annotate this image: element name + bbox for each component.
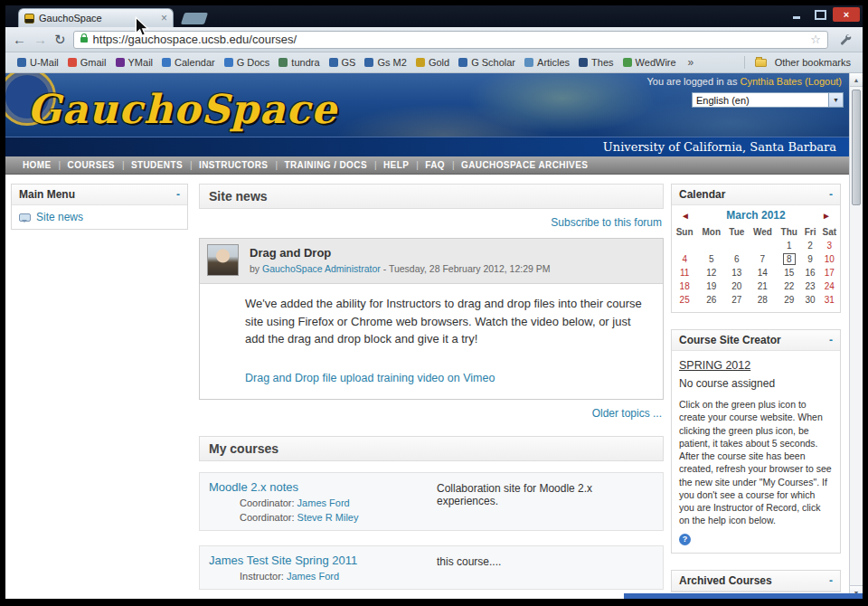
main-menu-header: Main Menu - xyxy=(12,185,187,205)
archived-courses-block: Archived Courses - xyxy=(671,570,841,592)
calendar-title: Calendar xyxy=(679,188,725,201)
minimize-button[interactable] xyxy=(786,7,807,22)
forward-button[interactable]: → xyxy=(33,33,47,46)
bookmark-label: G Scholar xyxy=(471,57,515,68)
language-select[interactable]: English (en) ▼ xyxy=(692,92,844,108)
creator-body: SPRING 2012 No course assigned Click on … xyxy=(672,351,840,553)
course-link[interactable]: Moodle 2.x notes xyxy=(209,480,298,494)
post-text: We've added the ability for Instructors … xyxy=(245,295,648,348)
language-value: English (en) xyxy=(693,95,828,106)
archived-header: Archived Courses - xyxy=(672,571,840,592)
calendar-day: 17 xyxy=(819,266,840,279)
folder-icon xyxy=(755,59,767,67)
address-bar[interactable]: https://gauchospace.ucsb.edu/courses/ ☆ xyxy=(73,31,828,49)
calendar-day: 28 xyxy=(749,293,777,307)
bookmark-item[interactable]: tundra xyxy=(274,57,324,68)
calendar-day: 1 xyxy=(777,239,801,252)
course-row: James Test Site Spring 2011 Instructor: … xyxy=(199,545,664,590)
nav-instructors[interactable]: INSTRUCTORS xyxy=(191,160,276,170)
scroll-up-icon[interactable]: ▲ xyxy=(850,73,863,87)
term-link[interactable]: SPRING 2012 xyxy=(679,359,750,372)
nav-students[interactable]: STUDENTS xyxy=(123,160,191,170)
main-navigation: HOME COURSES STUDENTS INSTRUCTORS TRAINI… xyxy=(5,156,849,175)
collapse-icon[interactable]: - xyxy=(829,574,833,587)
post-link-row: Drag and Drop file upload training video… xyxy=(245,370,648,387)
bookmark-label: Thes xyxy=(591,57,613,68)
calendar-day xyxy=(725,239,749,252)
course-link[interactable]: James Test Site Spring 2011 xyxy=(209,554,357,567)
bookmark-star-icon[interactable]: ☆ xyxy=(810,33,821,46)
nav-archives[interactable]: GAUCHOSPACE ARCHIVES xyxy=(453,160,596,170)
bookmark-item[interactable]: Calendar xyxy=(157,57,220,68)
vertical-scrollbar[interactable]: ▲ ▼ xyxy=(849,73,863,599)
bookmark-item[interactable]: YMail xyxy=(111,57,158,68)
calendar-day: 19 xyxy=(697,279,725,293)
logout-link[interactable]: (Logout) xyxy=(805,76,842,87)
calendar-day: 6 xyxy=(725,252,749,266)
close-button[interactable]: × xyxy=(833,7,860,22)
calendar-day xyxy=(672,239,697,252)
bookmark-item[interactable]: WedWire xyxy=(618,57,681,68)
content-area: Main Menu - Site news Site news Subscrib… xyxy=(5,175,849,599)
bookmark-item[interactable]: U-Mail xyxy=(13,57,63,68)
login-prefix: You are logged in as xyxy=(647,76,738,87)
bookmarks-overflow-chevron-icon[interactable]: » xyxy=(683,56,700,69)
older-topics-link[interactable]: Older topics ... xyxy=(592,407,662,420)
prev-month-icon[interactable]: ◄ xyxy=(681,211,690,221)
other-bookmarks-button[interactable]: Other bookmarks xyxy=(750,57,855,68)
bookmark-item[interactable]: Gmail xyxy=(63,57,111,68)
day-header: Sat xyxy=(819,225,840,239)
calendar-day: 18 xyxy=(672,279,697,293)
bookmark-item[interactable]: G Docs xyxy=(220,57,275,68)
wrench-menu-button[interactable] xyxy=(835,30,855,50)
bookmark-item[interactable]: Articles xyxy=(520,57,574,68)
role-label: Instructor: xyxy=(240,571,284,582)
nav-training-docs[interactable]: TRAINING / DOCS xyxy=(276,160,375,170)
bookmark-item[interactable]: Thes xyxy=(574,57,618,68)
role-person-link[interactable]: Steve R Miley xyxy=(297,512,359,523)
role-label: Coordinator: xyxy=(240,512,295,523)
bookmark-item[interactable]: Gs M2 xyxy=(360,57,410,68)
post-header-text: Drag and Drop by GauchoSpace Administrat… xyxy=(250,244,551,276)
avatar[interactable] xyxy=(207,244,239,276)
role-person-link[interactable]: James Ford xyxy=(297,497,350,508)
calendar-day: 16 xyxy=(802,266,819,279)
vimeo-link[interactable]: Drag and Drop file upload training video… xyxy=(245,372,495,384)
browser-tab[interactable]: GauchoSpace × xyxy=(18,8,174,27)
role-person-link[interactable]: James Ford xyxy=(287,571,339,582)
back-button[interactable]: ← xyxy=(13,33,26,46)
nav-courses[interactable]: COURSES xyxy=(60,160,123,170)
bookmark-item[interactable]: GS xyxy=(325,57,361,68)
nav-faq[interactable]: FAQ xyxy=(417,160,453,170)
bookmark-label: GS xyxy=(342,57,356,68)
calendar-day: 21 xyxy=(749,279,777,293)
user-link[interactable]: Cynthia Bates xyxy=(740,76,801,87)
collapse-icon[interactable]: - xyxy=(829,188,833,201)
post-date: - Tuesday, 28 February 2012, 12:29 PM xyxy=(383,263,551,274)
bookmark-label: WedWire xyxy=(636,57,676,68)
browser-window: GauchoSpace × × ← → ↻ https://gauchospac… xyxy=(5,5,863,599)
nav-help[interactable]: HELP xyxy=(375,160,417,170)
calendar-day: 23 xyxy=(802,279,819,293)
new-tab-button[interactable] xyxy=(181,13,208,24)
bookmark-label: Gmail xyxy=(80,57,107,68)
scrollbar-thumb[interactable] xyxy=(852,90,861,205)
help-icon[interactable]: ? xyxy=(679,534,691,545)
maximize-button[interactable] xyxy=(809,7,831,22)
bookmark-favicon xyxy=(623,58,632,67)
tab-close-icon[interactable]: × xyxy=(161,13,167,24)
window-controls: × xyxy=(786,7,860,22)
reload-button[interactable]: ↻ xyxy=(54,33,66,46)
bookmark-label: G Docs xyxy=(237,57,270,68)
next-month-icon[interactable]: ► xyxy=(822,211,831,221)
collapse-icon[interactable]: - xyxy=(176,188,180,201)
nav-home[interactable]: HOME xyxy=(14,160,60,170)
bookmark-item[interactable]: G Scholar xyxy=(454,57,520,68)
post-author-link[interactable]: GauchoSpace Administrator xyxy=(262,263,381,274)
collapse-icon[interactable]: - xyxy=(829,334,833,346)
site-news-link[interactable]: Site news xyxy=(36,211,83,223)
calendar-month-link[interactable]: March 2012 xyxy=(726,209,785,222)
sidebar-item-site-news[interactable]: Site news xyxy=(12,205,187,229)
subscribe-link[interactable]: Subscribe to this forum xyxy=(551,216,662,229)
bookmark-item[interactable]: Gold xyxy=(411,57,454,68)
